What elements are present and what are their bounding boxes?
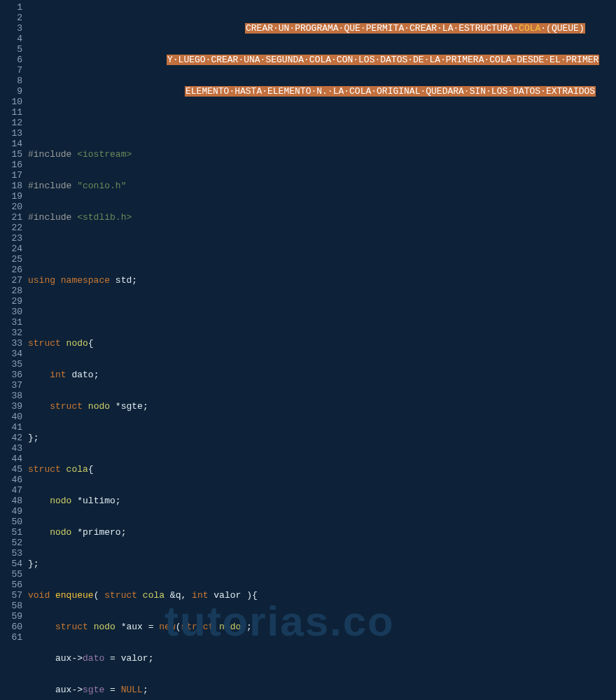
watermark: tutorias.co <box>164 616 395 626</box>
line-number: 19 <box>0 191 28 202</box>
line-number: 29 <box>0 296 28 307</box>
line-number: 35 <box>0 359 28 370</box>
line-number: 14 <box>0 139 28 149</box>
line-number: 42 <box>0 433 28 443</box>
line-number: 51 <box>0 527 28 538</box>
line-number: 37 <box>0 380 28 391</box>
line-number: 58 <box>0 601 28 611</box>
line-number: 22 <box>0 223 28 233</box>
line-number: 47 <box>0 485 28 496</box>
line-number: 54 <box>0 559 28 569</box>
line-number: 8 <box>0 76 28 86</box>
line-number: 26 <box>0 265 28 275</box>
line-number: 31 <box>0 317 28 328</box>
line-number: 55 <box>0 569 28 580</box>
line-number: 21 <box>0 212 28 223</box>
line-number: 6 <box>0 55 28 65</box>
line-number: 15 <box>0 149 28 160</box>
line-number: 30 <box>0 307 28 317</box>
line-number: 20 <box>0 202 28 212</box>
line-number: 44 <box>0 454 28 464</box>
line-number: 25 <box>0 254 28 265</box>
line-number: 11 <box>0 107 28 118</box>
line-number: 23 <box>0 233 28 244</box>
line-number: 27 <box>0 275 28 286</box>
line-number: 61 <box>0 632 28 643</box>
line-number: 36 <box>0 370 28 380</box>
line-number: 56 <box>0 580 28 590</box>
line-number: 28 <box>0 286 28 296</box>
line-number: 12 <box>0 118 28 128</box>
line-number: 39 <box>0 401 28 412</box>
line-number: 32 <box>0 328 28 338</box>
line-number: 18 <box>0 181 28 191</box>
line-number: 41 <box>0 422 28 433</box>
line-number: 59 <box>0 611 28 622</box>
line-number: 4 <box>0 34 28 44</box>
line-number: 34 <box>0 349 28 359</box>
line-number: 17 <box>0 170 28 181</box>
line-number: 24 <box>0 244 28 254</box>
line-number: 5 <box>0 44 28 55</box>
line-number: 7 <box>0 65 28 76</box>
code-area[interactable]: CREAR·UN·PROGRAMA·QUE·PERMITA·CREAR·LA·E… <box>28 0 616 700</box>
line-number: 49 <box>0 506 28 517</box>
line-number: 3 <box>0 23 28 34</box>
line-number: 43 <box>0 443 28 454</box>
line-number: 45 <box>0 464 28 475</box>
line-number: 53 <box>0 548 28 559</box>
line-number: 13 <box>0 128 28 139</box>
line-number-gutter: 1234567891011121314151617181920212223242… <box>0 0 28 700</box>
line-number: 60 <box>0 622 28 632</box>
line-number: 52 <box>0 538 28 548</box>
line-number: 57 <box>0 590 28 601</box>
line-number: 40 <box>0 412 28 422</box>
line-number: 10 <box>0 97 28 107</box>
line-number: 2 <box>0 13 28 23</box>
line-number: 16 <box>0 160 28 170</box>
line-number: 33 <box>0 338 28 349</box>
code-editor: 1234567891011121314151617181920212223242… <box>0 0 616 700</box>
line-number: 38 <box>0 391 28 401</box>
line-number: 46 <box>0 475 28 485</box>
line-number: 9 <box>0 86 28 97</box>
line-number: 1 <box>0 2 28 13</box>
line-number: 50 <box>0 517 28 527</box>
line-number: 48 <box>0 496 28 506</box>
